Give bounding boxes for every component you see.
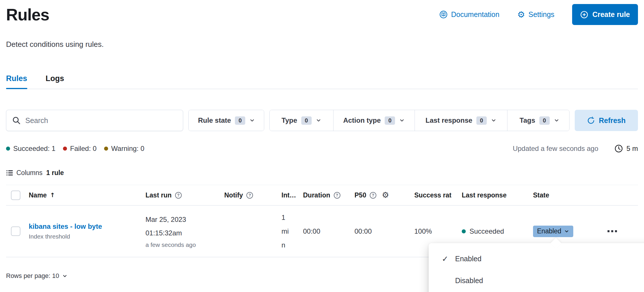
search-icon: [12, 116, 21, 125]
last-run-time: 01:15:32am: [145, 226, 220, 240]
page-subtitle: Detect conditions using rules.: [6, 40, 638, 49]
filter-rule-state-label: Rule state: [198, 116, 231, 124]
question-circle-icon: ?: [334, 192, 340, 199]
tab-logs[interactable]: Logs: [46, 74, 64, 89]
filter-rule-state-box: Rule state 0: [188, 110, 264, 131]
header-duration[interactable]: Duration ?: [303, 191, 354, 199]
columns-icon: [6, 169, 13, 176]
menu-item-disabled[interactable]: Disabled: [429, 270, 644, 291]
filter-last-response[interactable]: Last response 0: [415, 110, 507, 131]
filter-type-label: Type: [281, 116, 297, 124]
table-header-row: Name ↑ Last run ? Notify ? Int… Duration…: [6, 185, 638, 205]
columns-label: Columns: [16, 169, 43, 177]
filter-rule-state[interactable]: Rule state 0: [189, 110, 264, 131]
header-state-label: State: [533, 191, 549, 199]
header-p50-label: P50: [354, 191, 366, 199]
warning-dot-icon: [104, 147, 108, 151]
header-success-rate-label: Success rat: [414, 191, 451, 199]
updated-timestamp: Updated a few seconds ago: [513, 145, 598, 153]
chevron-down-icon: [62, 273, 68, 279]
columns-button[interactable]: Columns: [6, 169, 43, 177]
row-actions-menu-icon[interactable]: [605, 227, 620, 235]
filter-bar: Rule state 0 Type 0 Action type 0: [6, 110, 638, 131]
warning-count: Warning: 0: [111, 145, 144, 153]
filter-rule-state-count: 0: [235, 116, 245, 125]
tab-rules[interactable]: Rules: [6, 74, 27, 89]
gear-icon: ⚙: [517, 10, 525, 19]
row-checkbox[interactable]: [11, 226, 20, 236]
header-duration-label: Duration: [303, 191, 330, 199]
header-notify-label: Notify: [224, 191, 243, 199]
question-circle-icon: ?: [370, 192, 376, 199]
filter-last-response-label: Last response: [425, 116, 472, 124]
interval-cell: 1 min: [281, 211, 303, 252]
state-badge-label: Enabled: [537, 227, 561, 235]
stat-warning: Warning: 0: [104, 145, 144, 153]
header-actions: Documentation ⚙ Settings Create rule: [439, 4, 638, 25]
header-last-run[interactable]: Last run ?: [145, 191, 224, 199]
chevron-down-icon: [564, 229, 569, 234]
refresh-button[interactable]: Refresh: [575, 110, 638, 131]
chevron-down-icon: [399, 118, 405, 123]
rule-type-label: Index threshold: [29, 233, 141, 240]
select-all-checkbox[interactable]: [11, 191, 20, 200]
check-icon: ✓: [441, 254, 449, 263]
filter-action-type[interactable]: Action type 0: [333, 110, 415, 131]
header-interval[interactable]: Int…: [281, 191, 303, 199]
last-response-value: Succeeded: [469, 227, 504, 235]
header-name[interactable]: Name ↑: [29, 191, 145, 199]
menu-item-enabled[interactable]: ✓ Enabled: [429, 248, 644, 270]
header-p50[interactable]: P50 ? ⚙: [354, 191, 414, 199]
search-input[interactable]: [25, 116, 177, 125]
rows-per-page-button[interactable]: Rows per page: 10: [6, 272, 68, 280]
rule-count-label: 1 rule: [46, 169, 64, 177]
refresh-icon: [587, 117, 595, 124]
succeeded-dot-icon: [6, 147, 10, 151]
header-last-run-label: Last run: [145, 191, 172, 199]
succeeded-count: Succeeded: 1: [13, 145, 55, 153]
chevron-down-icon: [491, 118, 497, 123]
clock-icon: [614, 144, 623, 153]
question-circle-icon: ?: [246, 192, 253, 199]
header-last-response-label: Last response: [462, 191, 507, 199]
refresh-label: Refresh: [599, 116, 626, 125]
last-response-cell: Succeeded: [462, 227, 533, 235]
p50-settings-gear-icon[interactable]: ⚙: [382, 191, 389, 199]
filter-type[interactable]: Type 0: [270, 110, 333, 131]
last-run-relative: a few seconds ago: [145, 240, 220, 250]
documentation-label: Documentation: [451, 10, 499, 19]
succeeded-dot-icon: [462, 229, 466, 233]
filter-action-type-label: Action type: [343, 116, 381, 124]
question-circle-icon: ?: [175, 192, 182, 199]
auto-refresh-button[interactable]: 5 m: [614, 144, 638, 153]
state-badge[interactable]: Enabled: [533, 226, 573, 237]
header-last-response[interactable]: Last response: [462, 191, 533, 199]
page-header: Rules Documentation ⚙ Settings: [6, 0, 638, 25]
filter-last-response-count: 0: [476, 116, 487, 125]
documentation-icon: [439, 10, 448, 19]
settings-label: Settings: [528, 10, 554, 19]
header-notify[interactable]: Notify ?: [224, 191, 281, 199]
documentation-link[interactable]: Documentation: [439, 10, 499, 19]
settings-link[interactable]: ⚙ Settings: [517, 10, 554, 19]
rule-name-link[interactable]: kibana sites - low byte: [29, 222, 141, 230]
rows-per-page-label: Rows per page: 10: [6, 272, 59, 280]
filter-group: Type 0 Action type 0 Last response 0: [269, 110, 570, 131]
header-success-rate[interactable]: Success rat: [414, 191, 462, 199]
filter-tags-count: 0: [539, 116, 550, 125]
rules-page: Rules Documentation ⚙ Settings: [0, 0, 644, 292]
header-name-label: Name: [29, 191, 47, 199]
stat-succeeded: Succeeded: 1: [6, 145, 55, 153]
header-state[interactable]: State: [533, 191, 591, 199]
auto-refresh-interval: 5 m: [626, 145, 638, 153]
chevron-down-icon: [554, 118, 559, 123]
last-run-cell: Mar 25, 2023 01:15:32am a few seconds ag…: [145, 213, 224, 250]
create-rule-button[interactable]: Create rule: [572, 4, 638, 25]
filter-type-count: 0: [301, 116, 312, 125]
filter-tags[interactable]: Tags 0: [507, 110, 570, 131]
status-bar: Succeeded: 1 Failed: 0 Warning: 0 Update…: [6, 144, 638, 153]
search-box: [6, 110, 183, 131]
interval-value: 1 min: [281, 211, 292, 252]
duration-cell: 00:00: [303, 227, 354, 235]
failed-count: Failed: 0: [70, 145, 97, 153]
